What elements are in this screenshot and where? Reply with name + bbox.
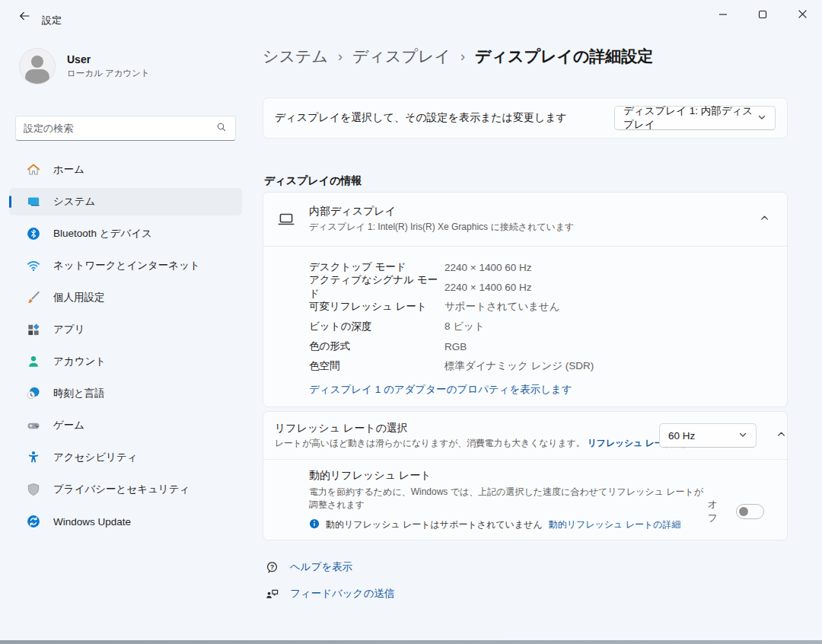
breadcrumb-system[interactable]: システム — [263, 46, 328, 67]
chevron-up-icon — [760, 212, 769, 226]
refresh-rate-header: リフレッシュ レートの選択 レートが高いほど動きは滑らかになりますが、消費電力も… — [263, 412, 787, 459]
sidebar-item-label: 個人用設定 — [53, 291, 105, 304]
home-icon — [26, 162, 41, 177]
accessibility-icon — [26, 450, 41, 465]
display-info-card: 内部ディスプレイ ディスプレイ 1: Intel(R) Iris(R) Xe G… — [263, 192, 788, 407]
help-icon: ? — [264, 560, 279, 575]
refresh-rate-title: リフレッシュ レートの選択 — [275, 422, 659, 435]
settings-search-box[interactable] — [15, 116, 236, 141]
sidebar-item-label: アクセシビリティ — [53, 451, 138, 464]
detail-label: 色空間 — [309, 359, 444, 373]
detail-row-color-format: 色の形式 RGB — [309, 336, 775, 356]
dynamic-refresh-learn-more-link[interactable]: 動的リフレッシュ レートの詳細 — [549, 518, 681, 531]
accounts-icon — [26, 354, 41, 369]
user-profile[interactable]: User ローカル アカウント — [19, 48, 150, 84]
breadcrumb-separator: › — [338, 49, 342, 65]
feedback-icon — [264, 586, 279, 601]
privacy-icon — [26, 482, 41, 497]
sidebar-item-bluetooth-devices[interactable]: Bluetooth とデバイス — [9, 220, 242, 247]
sidebar-item-accessibility[interactable]: アクセシビリティ — [9, 444, 242, 471]
system-icon — [26, 194, 41, 209]
account-type: ローカル アカウント — [67, 68, 150, 79]
sidebar-item-label: 時刻と言語 — [53, 387, 105, 400]
window-bottom-edge — [0, 640, 822, 644]
network-icon — [26, 258, 41, 273]
toggle-state-label: オフ — [708, 498, 727, 525]
close-icon — [798, 8, 808, 22]
chevron-up-icon — [776, 429, 786, 442]
get-help-link[interactable]: ? ヘルプを表示 — [264, 558, 394, 576]
apps-icon — [26, 322, 41, 337]
display-name: 内部ディスプレイ — [309, 205, 753, 218]
get-help-label: ヘルプを表示 — [290, 560, 352, 574]
info-icon — [309, 518, 320, 531]
refresh-rate-value: 60 Hz — [668, 430, 695, 442]
sidebar-item-privacy-security[interactable]: プライバシーとセキュリティ — [9, 476, 242, 503]
detail-label: デスクトップ モード — [309, 260, 444, 274]
detail-value: 2240 × 1400 60 Hz — [444, 282, 531, 293]
gaming-icon — [26, 418, 41, 433]
minimize-icon — [718, 8, 728, 22]
breadcrumb-display[interactable]: ディスプレイ — [352, 46, 451, 67]
sidebar-item-label: プライバシーとセキュリティ — [53, 483, 190, 496]
refresh-rate-card: リフレッシュ レートの選択 レートが高いほど動きは滑らかになりますが、消費電力も… — [263, 411, 788, 540]
section-title-display-info: ディスプレイの情報 — [264, 174, 362, 188]
sidebar-item-label: アプリ — [53, 323, 84, 336]
sidebar-item-accounts[interactable]: アカウント — [9, 348, 242, 375]
sidebar-item-home[interactable]: ホーム — [9, 156, 242, 183]
refresh-rate-dropdown[interactable]: 60 Hz — [659, 423, 757, 448]
detail-value: 標準ダイナミック レンジ (SDR) — [444, 359, 594, 373]
detail-value: 2240 × 1400 60 Hz — [444, 262, 531, 273]
page-title: ディスプレイの詳細設定 — [475, 46, 653, 67]
search-input[interactable] — [24, 123, 215, 134]
close-button[interactable] — [782, 0, 822, 30]
display-adapter-subtitle: ディスプレイ 1: Intel(R) Iris(R) Xe Graphics に… — [309, 221, 753, 234]
sidebar-item-apps[interactable]: アプリ — [9, 316, 242, 343]
selected-indicator — [9, 196, 11, 208]
sidebar-item-label: ネットワークとインターネット — [53, 259, 200, 273]
sidebar-item-label: Bluetooth とデバイス — [53, 227, 152, 241]
user-name: User — [67, 53, 150, 65]
send-feedback-label: フィードバックの送信 — [290, 587, 394, 601]
sidebar-item-windows-update[interactable]: Windows Update — [9, 508, 242, 535]
avatar — [19, 48, 56, 84]
detail-label: 可変リフレッシュ レート — [309, 300, 444, 314]
adapter-properties-link[interactable]: ディスプレイ 1 のアダプターのプロパティを表示します — [309, 383, 572, 397]
detail-row-bit-depth: ビットの深度 8 ビット — [309, 317, 775, 336]
detail-row-active-signal-mode: アクティブなシグナル モード 2240 × 1400 60 Hz — [309, 277, 775, 297]
send-feedback-link[interactable]: フィードバックの送信 — [264, 585, 394, 603]
breadcrumb-separator: › — [460, 49, 465, 65]
app-title: 設定 — [42, 14, 62, 27]
minimize-button[interactable] — [703, 0, 743, 30]
sidebar-item-network-internet[interactable]: ネットワークとインターネット — [9, 252, 242, 279]
display-select-value: ディスプレイ 1: 内部ディスプレイ — [623, 104, 757, 132]
detail-label: ビットの深度 — [309, 320, 444, 333]
footer-links: ? ヘルプを表示 フィードバックの送信 — [264, 558, 394, 611]
detail-value: サポートされていません — [444, 300, 560, 314]
maximize-button[interactable] — [743, 0, 782, 30]
sidebar-item-system[interactable]: システム — [9, 188, 242, 215]
titlebar: 設定 — [0, 0, 822, 34]
detail-label: 色の形式 — [309, 340, 444, 353]
dynamic-refresh-toggle[interactable] — [736, 504, 764, 519]
search-icon — [215, 121, 228, 136]
windows-update-icon — [26, 514, 41, 529]
display-select-card: ディスプレイを選択して、その設定を表示または変更します ディスプレイ 1: 内部… — [263, 97, 788, 139]
collapse-button[interactable] — [769, 424, 792, 447]
sidebar-item-gaming[interactable]: ゲーム — [9, 412, 242, 439]
sidebar: User ローカル アカウント ホーム システム Bluetooth — [0, 34, 251, 640]
back-button[interactable] — [11, 6, 38, 29]
back-arrow-icon — [18, 10, 30, 25]
sidebar-item-personalization[interactable]: 個人用設定 — [9, 284, 242, 311]
display-select-dropdown[interactable]: ディスプレイ 1: 内部ディスプレイ — [614, 106, 776, 130]
sidebar-item-time-language[interactable]: 時刻と言語 — [9, 380, 242, 407]
dynamic-refresh-rate-section: 動的リフレッシュ レート 電力を節約するために、Windows では、上記の選択… — [263, 460, 787, 542]
display-select-label: ディスプレイを選択して、その設定を表示または変更します — [275, 111, 567, 125]
time-language-icon — [26, 386, 41, 401]
dynamic-refresh-title: 動的リフレッシュ レート — [309, 469, 708, 483]
display-info-header[interactable]: 内部ディスプレイ ディスプレイ 1: Intel(R) Iris(R) Xe G… — [263, 193, 787, 246]
laptop-display-icon — [275, 208, 298, 231]
sidebar-item-label: Windows Update — [53, 516, 131, 528]
collapse-button[interactable] — [753, 208, 776, 231]
dynamic-refresh-status: 動的リフレッシュ レートはサポートされていません — [326, 518, 543, 531]
